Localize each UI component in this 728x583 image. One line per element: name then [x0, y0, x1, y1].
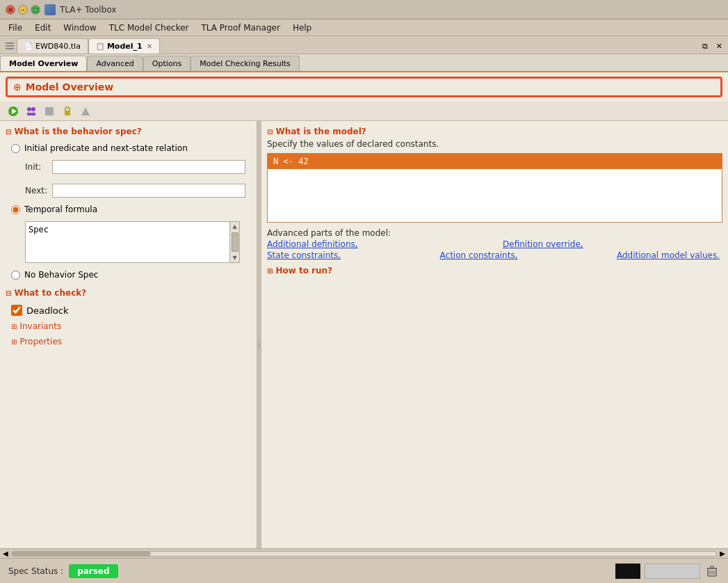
menu-help[interactable]: Help	[287, 22, 317, 34]
model-value-row-0[interactable]: N <- 42	[268, 154, 722, 169]
advanced-link-state-constraints[interactable]: State constraints,	[267, 250, 341, 260]
radio-initial-predicate-input[interactable]	[11, 144, 20, 153]
tab-bar: 📄 EWD840.tla 📋 Model_1 ✕ ⧉ ✕	[0, 36, 728, 54]
svg-point-14	[259, 344, 260, 346]
close-panel-button[interactable]: ✕	[713, 40, 725, 52]
scroll-right-arrow[interactable]: ▶	[717, 550, 728, 557]
radio-no-behavior-label: No Behavior Spec	[24, 270, 98, 280]
radio-initial-predicate[interactable]: Initial predicate and next-state relatio…	[11, 143, 245, 153]
model-section: ⊟ What is the model? Specify the values …	[267, 127, 722, 275]
model-overview-expand-icon[interactable]: ⊕	[13, 81, 22, 93]
scroll-left-arrow[interactable]: ◀	[0, 550, 11, 557]
model-value-list[interactable]: N <- 42	[267, 153, 722, 223]
menu-tlc[interactable]: TLC Model Checker	[104, 22, 195, 34]
status-black-square	[615, 564, 640, 579]
init-input[interactable]	[52, 160, 245, 174]
scroll-up-arrow[interactable]: ▲	[231, 222, 238, 231]
radio-no-behavior[interactable]: No Behavior Spec	[11, 270, 245, 280]
behavior-spec-toggle[interactable]: ⊟	[6, 128, 11, 136]
restore-button[interactable]: ⧉	[699, 40, 711, 52]
scroll-track[interactable]	[11, 551, 718, 557]
more-button[interactable]	[78, 104, 93, 119]
tab-model1-close[interactable]: ✕	[147, 42, 152, 50]
inner-tab-results-label: Model Checking Results	[200, 59, 291, 68]
advanced-link-additional-defs[interactable]: Additional definitions,	[267, 239, 358, 249]
svg-point-15	[259, 347, 260, 349]
inner-tab-options-label: Options	[152, 59, 181, 68]
trash-icon	[707, 566, 717, 577]
run-button[interactable]	[6, 104, 21, 119]
svg-rect-8	[31, 113, 35, 115]
scroll-thumb	[12, 552, 151, 556]
svg-point-5	[27, 107, 31, 111]
properties-label: Properties	[19, 337, 62, 346]
spec-textarea[interactable]: Spec	[26, 222, 229, 262]
properties-item[interactable]: ⊞ Properties	[6, 334, 251, 349]
advanced-links-row1: State constraints, Action constraints, A…	[267, 250, 722, 260]
deadlock-checkbox[interactable]	[11, 305, 22, 316]
properties-expand-icon: ⊞	[11, 338, 17, 346]
lock-button[interactable]	[60, 104, 75, 119]
status-progress-area	[645, 564, 700, 579]
maximize-button[interactable]: □	[31, 5, 40, 15]
advanced-link-def-override[interactable]: Definition override,	[503, 239, 583, 249]
status-bar: Spec Status : parsed	[0, 558, 728, 583]
tab-ewd840[interactable]: 📄 EWD840.tla	[17, 38, 88, 54]
inner-tab-results[interactable]: Model Checking Results	[191, 56, 300, 71]
invariants-label: Invariants	[19, 321, 61, 331]
workers-button[interactable]	[24, 104, 39, 119]
advanced-link-model-values[interactable]: Additional model values.	[617, 250, 720, 260]
how-to-run-toggle[interactable]: ⊞	[267, 267, 273, 275]
tab-ewd840-label: EWD840.tla	[35, 42, 81, 51]
scroll-thumb[interactable]	[232, 232, 238, 252]
tab-model1[interactable]: 📋 Model_1 ✕	[88, 38, 160, 54]
advanced-parts: Advanced parts of the model: Additional …	[267, 228, 722, 260]
close-button[interactable]: ×	[6, 5, 15, 15]
invariants-item[interactable]: ⊞ Invariants	[6, 319, 251, 334]
advanced-link-action-constraints[interactable]: Action constraints,	[440, 250, 518, 260]
inner-tab-model-overview-label: Model Overview	[9, 59, 78, 68]
how-to-run[interactable]: ⊞ How to run?	[267, 266, 722, 275]
menu-tla-proof[interactable]: TLA Proof Manager	[196, 22, 286, 34]
inner-tab-bar: Model Overview Advanced Options Model Ch…	[0, 54, 728, 72]
radio-group: Initial predicate and next-state relatio…	[11, 143, 245, 280]
spec-status-badge: parsed	[69, 564, 118, 578]
run-icon	[8, 106, 19, 117]
radio-no-behavior-input[interactable]	[11, 271, 20, 280]
minimize-button[interactable]: –	[18, 5, 28, 15]
radio-temporal[interactable]: Temporal formula	[11, 205, 245, 214]
menu-file[interactable]: File	[3, 22, 28, 34]
inner-tab-advanced[interactable]: Advanced	[87, 56, 143, 71]
horizontal-scrollbar[interactable]: ◀ ▶	[0, 548, 728, 558]
inner-tab-model-overview[interactable]: Model Overview	[0, 56, 87, 71]
next-field-row: Next:	[25, 184, 245, 198]
status-text-area	[615, 564, 720, 579]
app-icon	[45, 4, 56, 15]
tab-list-icon[interactable]	[3, 38, 17, 54]
advanced-parts-label: Advanced parts of the model:	[267, 228, 391, 238]
menu-edit[interactable]: Edit	[29, 22, 56, 34]
spec-scrollbar[interactable]: ▲ ▼	[229, 222, 239, 262]
app-title: TLA+ Toolbox	[60, 5, 116, 15]
model-section-toggle[interactable]: ⊟	[267, 128, 273, 136]
radio-initial-predicate-label: Initial predicate and next-state relatio…	[24, 143, 188, 153]
model-overview-header: ⊕ Model Overview	[6, 77, 722, 97]
scroll-down-arrow[interactable]: ▼	[231, 253, 238, 262]
spec-area-container: Spec ▲ ▼	[25, 221, 240, 263]
what-to-check-toggle[interactable]: ⊟	[6, 289, 11, 297]
inner-tab-options[interactable]: Options	[143, 56, 191, 71]
radio-temporal-input[interactable]	[11, 205, 20, 214]
behavior-spec-header: ⊟ What is the behavior spec?	[6, 127, 251, 136]
tab-model1-label: Model_1	[107, 42, 143, 51]
deadlock-item[interactable]: Deadlock	[6, 302, 251, 319]
separator-grip	[258, 337, 261, 351]
list-icon	[5, 41, 15, 51]
status-delete-button[interactable]	[704, 564, 720, 579]
stop-button[interactable]	[42, 104, 57, 119]
next-input[interactable]	[52, 184, 245, 198]
lock-icon	[62, 106, 73, 117]
file-icon: 📄	[24, 42, 33, 50]
invariants-expand-icon: ⊞	[11, 323, 17, 330]
menu-window[interactable]: Window	[58, 22, 102, 34]
svg-rect-0	[6, 42, 14, 44]
